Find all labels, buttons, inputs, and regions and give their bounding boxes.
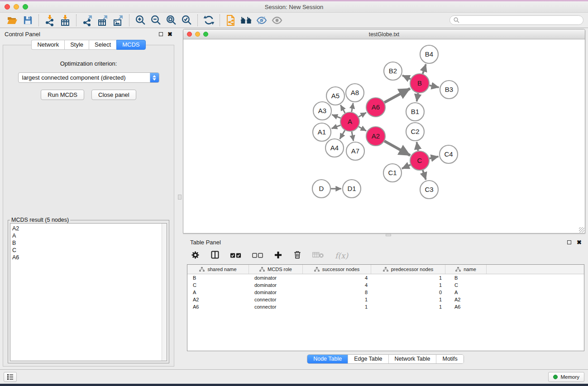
home-layout-icon[interactable] (239, 14, 254, 27)
graph-edge-A-A1[interactable] (332, 125, 341, 129)
table-cell[interactable]: 0 (371, 289, 445, 296)
graph-node-C2[interactable]: C2 (406, 123, 424, 141)
show-details-eye-icon[interactable] (269, 14, 285, 27)
graph-edge-A-A3[interactable] (332, 114, 340, 118)
graph-node-A5[interactable]: A5 (326, 87, 344, 105)
table-cell[interactable]: dominator (249, 289, 303, 296)
tab-select[interactable]: Select (89, 40, 116, 50)
mcds-result-item[interactable]: A2 (12, 225, 160, 232)
table-cell[interactable]: 1 (303, 303, 371, 310)
graph-node-B4[interactable]: B4 (420, 45, 438, 63)
splitter-handle[interactable] (178, 195, 182, 200)
deselect-all-icon[interactable] (252, 252, 263, 260)
show-panels-button[interactable] (4, 372, 17, 382)
zoom-out-icon[interactable] (148, 14, 163, 27)
column-header-shared-name[interactable]: shared name (187, 265, 249, 274)
table-cell[interactable]: 8 (303, 289, 371, 296)
graph-edge-B-B2[interactable] (402, 76, 411, 79)
graph-edge-C-C3[interactable] (423, 170, 426, 180)
export-network-icon[interactable] (80, 14, 95, 27)
graph-edge-A2-C[interactable] (384, 141, 410, 156)
tab-motifs[interactable]: Motifs (436, 355, 463, 363)
table-cell[interactable]: B (187, 274, 249, 281)
graph-edge-A-A6[interactable] (359, 113, 366, 117)
new-network-from-file-icon[interactable] (223, 14, 239, 27)
table-cell[interactable]: dominator (249, 274, 303, 281)
hide-details-eye-slash-icon[interactable] (254, 14, 269, 27)
float-panel-icon[interactable] (159, 32, 163, 36)
graph-node-A2[interactable]: A2 (366, 127, 385, 146)
table-cell[interactable]: A6 (187, 303, 249, 310)
table-cell[interactable]: connector (249, 296, 303, 303)
zoom-selected-icon[interactable] (179, 14, 194, 27)
graph-edge-C-C1[interactable] (402, 165, 411, 169)
table-cell[interactable]: B (445, 274, 487, 281)
column-header-MCDS-role[interactable]: MCDS role (249, 265, 303, 274)
table-cell[interactable]: 1 (371, 281, 445, 289)
zoom-in-icon[interactable] (133, 14, 148, 27)
run-mcds-button[interactable]: Run MCDS (41, 90, 84, 100)
table-row[interactable]: Cdominator41C (187, 281, 584, 289)
mcds-result-item[interactable]: C (12, 247, 160, 254)
graph-node-A6[interactable]: A6 (366, 98, 385, 117)
search-box[interactable] (449, 15, 583, 25)
save-session-icon[interactable] (20, 14, 35, 27)
import-table-icon[interactable] (57, 14, 73, 27)
tab-node-table[interactable]: Node Table (307, 355, 348, 363)
graph-edge-B-B3[interactable] (430, 86, 439, 88)
close-panel-icon[interactable]: ✖ (167, 32, 172, 36)
table-cell[interactable]: 1 (371, 274, 445, 281)
graph-edge-A6-B[interactable] (384, 89, 410, 103)
table-row[interactable]: Adominator80A (187, 289, 584, 296)
table-cell[interactable]: A2 (187, 296, 249, 303)
panel-splitter-horizontal[interactable] (183, 234, 588, 237)
node-table[interactable]: shared nameMCDS rolesuccessor nodesprede… (187, 264, 584, 351)
graph-edge-A-A5[interactable] (340, 105, 345, 113)
graph-edge-A-A8[interactable] (352, 103, 353, 112)
close-panel-button[interactable]: Close panel (91, 90, 136, 100)
refresh-icon[interactable] (201, 14, 216, 27)
search-input[interactable] (462, 17, 579, 24)
graph-edge-A-A4[interactable] (340, 130, 345, 139)
graph-edge-B-B1[interactable] (417, 93, 418, 102)
mcds-result-item[interactable]: B (12, 239, 160, 247)
table-cell[interactable]: A (187, 289, 249, 296)
table-row[interactable]: A6connector11A6 (187, 303, 584, 310)
graph-node-A[interactable]: A (340, 112, 359, 131)
add-column-icon[interactable] (274, 251, 282, 261)
splitter-handle[interactable] (386, 234, 391, 236)
table-row[interactable]: Bdominator41B (187, 274, 584, 281)
table-cell[interactable]: A (445, 289, 487, 296)
show-columns-icon[interactable] (210, 250, 220, 261)
table-cell[interactable]: C (187, 281, 249, 289)
network-window-titlebar[interactable]: testGlobe.txt (183, 29, 585, 39)
graph-edge-A-A2[interactable] (359, 127, 366, 131)
close-panel-icon[interactable]: ✖ (577, 240, 582, 244)
delete-column-trash-icon[interactable] (293, 250, 301, 261)
table-cell[interactable]: 1 (371, 296, 445, 303)
graph-node-D1[interactable]: D1 (343, 180, 361, 198)
tab-network[interactable]: Network (31, 40, 64, 50)
column-header-predecessor-nodes[interactable]: predecessor nodes (371, 265, 445, 274)
tab-mcds[interactable]: MCDS (116, 40, 145, 50)
zoom-fit-icon[interactable] (163, 14, 179, 27)
table-cell[interactable]: 1 (303, 296, 371, 303)
graph-node-C4[interactable]: C4 (440, 145, 458, 163)
criterion-dropdown[interactable]: largest connected component (directed) (18, 72, 159, 83)
window-resize-grip[interactable] (579, 227, 584, 233)
export-table-icon[interactable] (95, 14, 110, 27)
graph-node-A8[interactable]: A8 (346, 84, 364, 102)
graph-node-C3[interactable]: C3 (420, 181, 438, 199)
column-header-successor-nodes[interactable]: successor nodes (303, 265, 371, 274)
tab-network-table[interactable]: Network Table (388, 355, 436, 363)
memory-button[interactable]: Memory (548, 372, 584, 382)
graph-node-D[interactable]: D (312, 180, 330, 198)
open-file-icon[interactable] (5, 14, 20, 27)
table-mode-gear-icon[interactable] (191, 251, 200, 261)
graph-node-B[interactable]: B (410, 74, 429, 93)
export-image-icon[interactable] (110, 14, 126, 27)
panel-splitter-vertical[interactable] (177, 28, 183, 369)
table-cell[interactable]: connector (249, 303, 303, 310)
mcds-result-item[interactable]: A (12, 232, 160, 239)
column-header-name[interactable]: name (445, 265, 487, 274)
